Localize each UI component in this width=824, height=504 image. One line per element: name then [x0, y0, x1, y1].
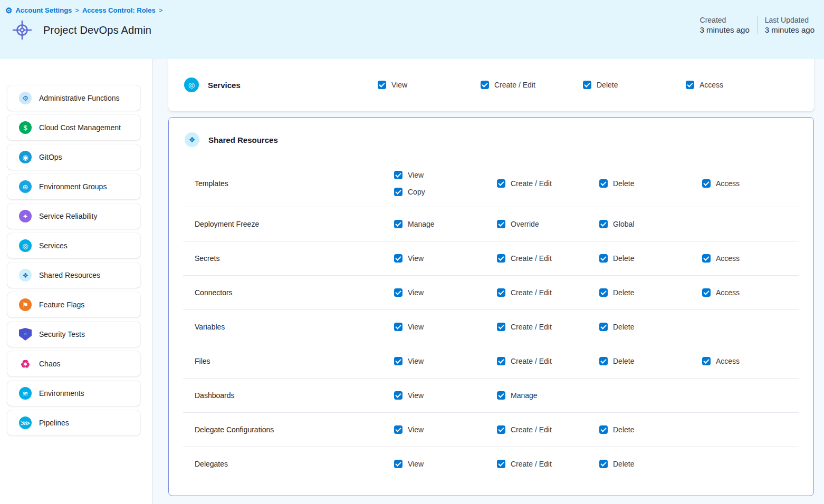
files-view-checkbox[interactable]: View [394, 357, 424, 365]
delegate-configurations-view-checkbox[interactable]: View [394, 425, 424, 434]
checkbox-checked[interactable] [394, 188, 403, 196]
checkbox-checked[interactable] [686, 81, 694, 89]
services-view-checkbox[interactable]: View [378, 81, 407, 89]
secrets-delete-checkbox[interactable]: Delete [599, 254, 634, 263]
checkbox-checked[interactable] [497, 425, 505, 434]
sidebar-item-cloud-cost-management[interactable]: $ Cloud Cost Management [7, 115, 140, 140]
checkbox-checked[interactable] [702, 179, 711, 188]
breadcrumb-link-access-control-roles[interactable]: Access Control: Roles [82, 6, 156, 14]
services-icon: ◎ [19, 239, 32, 252]
checkbox-checked[interactable] [394, 220, 403, 228]
environment-groups-icon: ⊛ [19, 180, 32, 193]
deployment-freeze-override-checkbox[interactable]: Override [497, 220, 539, 228]
services-create-edit-checkbox[interactable]: Create / Edit [481, 81, 535, 89]
checkbox-checked[interactable] [599, 254, 608, 263]
secrets-access-checkbox[interactable]: Access [702, 254, 740, 263]
delegate-configurations-delete-checkbox[interactable]: Delete [599, 425, 634, 434]
checkbox-checked[interactable] [497, 357, 505, 365]
connectors-view-checkbox[interactable]: View [394, 288, 424, 297]
checkbox-checked[interactable] [497, 288, 505, 297]
sidebar-item-feature-flags[interactable]: ⚑ Feature Flags [7, 292, 140, 317]
connectors-access-checkbox[interactable]: Access [702, 288, 740, 297]
breadcrumb-link-account-settings[interactable]: Account Settings [15, 6, 72, 14]
delegates-delete-checkbox[interactable]: Delete [599, 460, 634, 468]
checkbox-checked[interactable] [481, 81, 489, 89]
cloud-dollar-icon: $ [19, 121, 32, 134]
sidebar-item-gitops[interactable]: ◉ GitOps [7, 144, 140, 170]
checkbox-checked[interactable] [702, 357, 711, 365]
templates-access-checkbox[interactable]: Access [702, 179, 740, 188]
sidebar-item-environment-groups[interactable]: ⊛ Environment Groups [7, 174, 140, 199]
checkbox-checked[interactable] [394, 171, 403, 179]
checkbox-checked[interactable] [497, 323, 505, 331]
checkbox-checked[interactable] [599, 425, 608, 434]
checkbox-checked[interactable] [702, 254, 711, 263]
service-reliability-icon: ✦ [19, 210, 32, 222]
services-card-title: Services [208, 81, 241, 90]
checkbox-checked[interactable] [378, 81, 386, 89]
delegates-create-edit-checkbox[interactable]: Create / Edit [497, 460, 552, 468]
checkbox-checked[interactable] [394, 391, 403, 400]
shared-resources-icon: ❖ [185, 132, 199, 147]
secrets-create-edit-checkbox[interactable]: Create / Edit [497, 254, 552, 263]
dashboards-view-checkbox[interactable]: View [394, 391, 424, 400]
checkbox-checked[interactable] [394, 254, 403, 263]
checkbox-checked[interactable] [599, 220, 608, 228]
files-delete-checkbox[interactable]: Delete [599, 357, 634, 365]
connectors-create-edit-checkbox[interactable]: Create / Edit [497, 288, 552, 297]
last-updated-label: Last Updated [765, 16, 815, 24]
checkbox-checked[interactable] [394, 323, 403, 331]
services-access-checkbox[interactable]: Access [686, 81, 723, 89]
services-delete-checkbox[interactable]: Delete [583, 81, 618, 89]
connectors-delete-checkbox[interactable]: Delete [599, 288, 634, 297]
secrets-view-checkbox[interactable]: View [394, 254, 424, 263]
sidebar-item-service-reliability[interactable]: ✦ Service Reliability [7, 203, 140, 229]
role-meta: Created 3 minutes ago Last Updated 3 min… [700, 16, 815, 34]
permission-row-delegate-configurations: Delegate Configurations View Create / Ed… [183, 412, 799, 447]
checkbox-checked[interactable] [497, 460, 505, 468]
templates-view-checkbox[interactable]: View [394, 171, 424, 179]
sidebar-item-chaos[interactable]: ♻ Chaos [7, 351, 140, 376]
checkbox-checked[interactable] [599, 357, 608, 365]
checkbox-checked[interactable] [497, 391, 505, 400]
files-access-checkbox[interactable]: Access [702, 357, 740, 365]
sidebar-item-shared-resources[interactable]: ❖ Shared Resources [7, 263, 140, 288]
admin-gear-icon: ⚙ [19, 92, 32, 104]
checkbox-checked[interactable] [394, 460, 403, 468]
checkbox-checked[interactable] [497, 220, 505, 228]
chaos-icon: ♻ [19, 357, 32, 370]
sidebar-item-pipelines[interactable]: ⋙ Pipelines [7, 410, 140, 435]
templates-copy-checkbox[interactable]: Copy [394, 188, 425, 196]
permission-row-variables: Variables View Create / Edit [183, 309, 799, 344]
sidebar-item-security-tests[interactable]: ○ Security Tests [7, 322, 140, 347]
checkbox-checked[interactable] [497, 179, 505, 188]
shared-resources-icon: ❖ [19, 269, 32, 282]
variables-view-checkbox[interactable]: View [394, 323, 424, 331]
checkbox-checked[interactable] [599, 323, 608, 331]
checkbox-checked[interactable] [702, 288, 711, 297]
sidebar-item-environments[interactable]: ≋ Environments [7, 381, 140, 406]
deployment-freeze-manage-checkbox[interactable]: Manage [394, 220, 435, 228]
checkbox-checked[interactable] [497, 254, 505, 263]
templates-create-edit-checkbox[interactable]: Create / Edit [497, 179, 552, 188]
dashboards-manage-checkbox[interactable]: Manage [497, 391, 538, 400]
checkbox-checked[interactable] [394, 288, 403, 297]
checkbox-checked[interactable] [394, 425, 403, 434]
variables-delete-checkbox[interactable]: Delete [599, 323, 634, 331]
checkbox-checked[interactable] [599, 179, 608, 188]
sidebar-item-administrative-functions[interactable]: ⚙ Administrative Functions [7, 85, 140, 111]
checkbox-checked[interactable] [583, 81, 591, 89]
permission-row-templates: Templates View Copy [183, 160, 799, 207]
deployment-freeze-global-checkbox[interactable]: Global [599, 220, 634, 228]
files-create-edit-checkbox[interactable]: Create / Edit [497, 357, 552, 365]
sidebar-item-services[interactable]: ◎ Services [7, 233, 140, 258]
checkbox-checked[interactable] [599, 460, 608, 468]
shared-resources-permissions-card: ❖ Shared Resources Templates View Copy [168, 117, 814, 496]
delegates-view-checkbox[interactable]: View [394, 460, 424, 468]
permission-row-connectors: Connectors View Create / Edit [183, 275, 799, 309]
checkbox-checked[interactable] [599, 288, 608, 297]
templates-delete-checkbox[interactable]: Delete [599, 179, 634, 188]
delegate-configurations-create-edit-checkbox[interactable]: Create / Edit [497, 425, 552, 434]
checkbox-checked[interactable] [394, 357, 403, 365]
variables-create-edit-checkbox[interactable]: Create / Edit [497, 323, 552, 331]
